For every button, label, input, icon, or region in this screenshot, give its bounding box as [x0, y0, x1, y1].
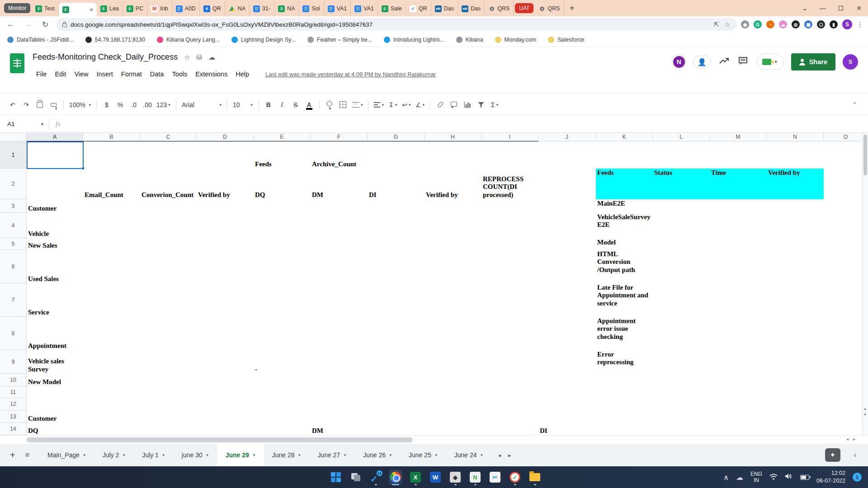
cell-B11[interactable] [83, 386, 141, 399]
currency-format-icon[interactable]: $ [100, 99, 113, 111]
collaborator-avatar[interactable]: N [672, 55, 686, 69]
increase-decimals-icon[interactable]: .00 [141, 99, 154, 111]
row-header-13[interactable]: 13 [0, 410, 27, 423]
cell-O8[interactable] [824, 317, 868, 351]
cell-I3[interactable] [481, 199, 539, 213]
volume-icon[interactable] [785, 473, 793, 481]
taskbar-notepad-icon[interactable]: N [468, 469, 482, 485]
browser-tab[interactable]: 6QR [200, 1, 225, 16]
cell-D4[interactable] [197, 213, 254, 239]
cell-C6[interactable] [140, 250, 197, 284]
sheet-tab-june-25[interactable]: June 25▼ [401, 444, 446, 466]
cell-O6[interactable] [824, 250, 868, 284]
grid-corner[interactable] [0, 133, 27, 141]
minimize-button[interactable]: — [814, 5, 832, 12]
add-sheet-button[interactable]: + [10, 450, 15, 460]
cell-D5[interactable] [197, 238, 254, 250]
cell-I1[interactable] [481, 141, 539, 169]
cell-O14[interactable] [824, 423, 868, 435]
reload-button[interactable]: ↻ [39, 20, 52, 29]
menu-file[interactable]: File [33, 69, 50, 80]
cell-N8[interactable] [767, 317, 824, 351]
row-header-3[interactable]: 3 [0, 199, 27, 213]
cell-B14[interactable] [83, 423, 141, 435]
cell-F8[interactable] [311, 317, 368, 351]
cell-A9[interactable]: Vehicle sales Survey [27, 350, 84, 374]
cell-F13[interactable] [311, 410, 368, 423]
cell-I13[interactable] [481, 410, 539, 423]
sheet-tab-june-29[interactable]: June 29▼ [217, 444, 264, 466]
cell-F4[interactable] [311, 213, 368, 239]
font-size-select[interactable]: 10▾ [231, 99, 255, 111]
number-format-select[interactable]: 123▾ [155, 99, 172, 111]
cell-H14[interactable] [425, 423, 482, 435]
cell-M3[interactable] [710, 199, 767, 213]
bookmark-item[interactable]: Feather – Simply be... [307, 37, 372, 43]
browser-tab[interactable]: HRDas [458, 1, 485, 16]
cell-J8[interactable] [538, 317, 596, 351]
cell-O10[interactable] [824, 374, 868, 387]
cell-G12[interactable] [368, 398, 425, 411]
taskbar-excel-icon[interactable]: X [409, 469, 422, 485]
cell-C1[interactable] [140, 141, 197, 169]
cell-L3[interactable] [653, 199, 710, 213]
browser-tab[interactable]: A0D [172, 1, 200, 16]
cell-O12[interactable] [824, 398, 868, 411]
cell-K10[interactable] [596, 374, 653, 387]
bookmark-item[interactable]: Kibana [456, 37, 483, 43]
cell-H3[interactable] [425, 199, 482, 213]
sheet-tab-june-24[interactable]: June 24▼ [446, 444, 492, 466]
browser-tab[interactable]: VA1 [324, 1, 351, 16]
cell-E14[interactable] [254, 423, 311, 435]
cell-N10[interactable] [767, 374, 824, 387]
taskbar-snip-icon[interactable]: ✂ [488, 469, 502, 485]
menu-format[interactable]: Format [118, 69, 146, 80]
cell-M6[interactable] [710, 250, 767, 284]
cell-E9[interactable]: - [254, 350, 311, 374]
cell-L9[interactable] [653, 350, 710, 374]
row-header-9[interactable]: 9 [0, 350, 27, 374]
cell-N7[interactable] [767, 283, 824, 317]
overlay-badge-icon[interactable]: ✦ [825, 448, 840, 462]
language-indicator[interactable]: ENGIN [750, 471, 762, 484]
menu-insert[interactable]: Insert [93, 69, 117, 80]
cell-F12[interactable] [311, 398, 368, 411]
spreadsheet-grid[interactable]: ABCDEFGHIJKLMNO1FeedsArchive_Count2Email… [0, 133, 868, 435]
merge-cells-icon[interactable]: ▾ [350, 99, 365, 111]
cell-B5[interactable] [83, 238, 141, 250]
activity-trend-icon[interactable] [718, 57, 730, 67]
cell-K12[interactable] [596, 398, 653, 411]
cell-I12[interactable] [481, 398, 539, 411]
cell-O7[interactable] [824, 283, 868, 317]
cell-L1[interactable] [653, 141, 710, 169]
share-button[interactable]: Share [791, 53, 835, 70]
bold-icon[interactable]: B [262, 99, 275, 111]
cell-K9[interactable]: Error reprocessing [596, 350, 653, 374]
cell-O5[interactable] [824, 238, 868, 250]
cell-N4[interactable] [767, 213, 824, 239]
browser-tab[interactable]: MInb [147, 1, 172, 16]
browser-tab-active[interactable]: × [59, 3, 97, 16]
cell-J5[interactable] [538, 238, 596, 250]
bookmark-item[interactable]: 54.79.188.171:8130 [85, 37, 145, 43]
browser-tab[interactable]: Sale [378, 1, 406, 16]
insert-link-icon[interactable] [434, 99, 447, 111]
cell-A14[interactable]: DQ [27, 423, 84, 435]
cell-H11[interactable] [425, 386, 482, 399]
cell-B2[interactable]: Email_Count [83, 169, 141, 200]
cell-J6[interactable] [538, 250, 596, 284]
cell-O2[interactable] [824, 169, 868, 200]
cell-A2[interactable] [27, 169, 84, 200]
cell-E1[interactable]: Feeds [254, 141, 311, 169]
cell-F2[interactable]: DM [311, 169, 368, 200]
borders-icon[interactable] [337, 99, 349, 111]
cell-I8[interactable] [481, 317, 539, 351]
cell-M12[interactable] [710, 398, 767, 411]
cell-B9[interactable] [83, 350, 141, 374]
cell-H5[interactable] [425, 238, 482, 250]
cell-E6[interactable] [254, 250, 311, 284]
cell-L14[interactable] [653, 423, 710, 435]
paint-format-icon[interactable] [47, 99, 60, 111]
cell-J12[interactable] [538, 398, 596, 411]
cell-O1[interactable] [824, 141, 868, 169]
